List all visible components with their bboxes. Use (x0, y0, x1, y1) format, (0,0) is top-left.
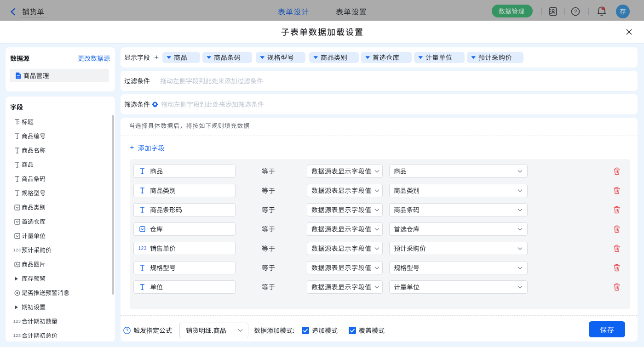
svg-text:?: ? (574, 9, 577, 14)
svg-text:?: ? (126, 328, 128, 333)
